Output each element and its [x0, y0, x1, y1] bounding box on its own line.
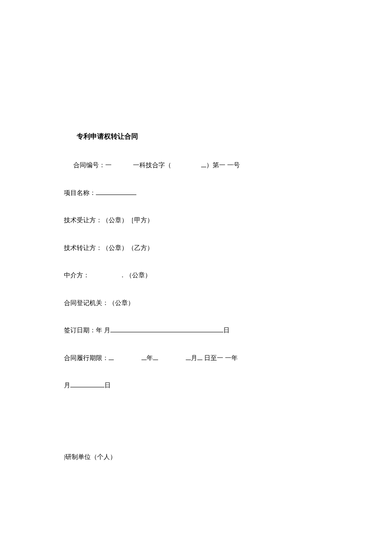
- registration-line: 合同登记机关：（公章）: [64, 298, 328, 308]
- intermediary-suffix: ．（公章）: [119, 272, 151, 279]
- sign-date-line: 签订日期：年 月日: [64, 325, 328, 335]
- footer-text: |研制单位（个人）: [64, 453, 116, 460]
- term-line: 合同履行期限：年月 日至一 一年: [64, 353, 328, 363]
- month-char: 月: [64, 382, 70, 389]
- intermediary-line: 中介方：．（公章）: [64, 270, 328, 280]
- term-year: 年: [147, 355, 153, 361]
- contract-number-line: 合同编号：一一科技合字（）第一 一号: [73, 160, 328, 170]
- intermediary-prefix: 中介方：: [64, 272, 89, 279]
- term-month: 月: [191, 355, 197, 361]
- assignee-line: 技术受让方：（公章）［甲方）: [64, 215, 328, 225]
- document-title: 专利申请权转让合同: [77, 132, 328, 141]
- project-name-line: 项目名称：: [64, 188, 328, 198]
- footer-line: |研制单位（个人）: [64, 452, 328, 462]
- assignor-text: 技术转让方：（公章）（乙方）: [64, 244, 153, 251]
- month-day-line: 月日: [64, 381, 328, 390]
- project-name-label: 项目名称：: [64, 189, 96, 196]
- day-char: 日: [104, 382, 111, 389]
- assignor-line: 技术转让方：（公章）（乙方）: [64, 243, 328, 253]
- sign-date-suffix: 日: [223, 327, 230, 334]
- contract-no-suffix: ）第一 一号: [206, 162, 240, 169]
- assignee-text: 技术受让方：（公章）［甲方）: [64, 217, 153, 224]
- contract-no-prefix: 合同编号：一: [73, 162, 112, 169]
- contract-no-mid: 一科技合字（: [133, 162, 171, 169]
- term-suffix: 日至一 一年: [202, 355, 238, 361]
- term-prefix: 合同履行期限：: [64, 355, 109, 361]
- registration-text: 合同登记机关：（公章）: [64, 299, 134, 306]
- sign-date-prefix: 签订日期：年 月: [64, 327, 110, 334]
